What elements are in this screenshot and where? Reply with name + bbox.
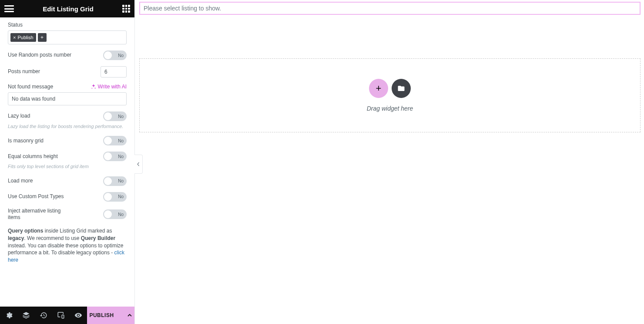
random-posts-label: Use Random posts number	[8, 52, 71, 59]
random-posts-switch[interactable]: No	[103, 51, 127, 60]
load-more-label: Load more	[8, 178, 33, 185]
sparkle-icon	[91, 84, 96, 89]
canvas: Please select listing to show. + Drag wi…	[135, 0, 644, 324]
equal-columns-switch[interactable]: No	[103, 152, 127, 161]
legacy-b1: Query options	[8, 228, 43, 234]
lazy-load-label: Lazy load	[8, 113, 30, 120]
legacy-b2: legacy	[8, 235, 24, 241]
switch-label: No	[118, 212, 124, 217]
listing-alert: Please select listing to show.	[139, 2, 641, 15]
masonry-switch[interactable]: No	[103, 136, 127, 145]
legacy-b3: Query Builder	[81, 235, 115, 241]
posts-number-input[interactable]	[101, 66, 127, 78]
write-with-ai-link[interactable]: Write with AI	[91, 84, 127, 90]
plus-icon: +	[376, 83, 382, 94]
settings-icon[interactable]	[0, 307, 17, 324]
footer-icons	[0, 307, 87, 324]
switch-knob	[104, 112, 112, 120]
switch-label: No	[118, 138, 124, 143]
control-posts-number: Posts number	[8, 66, 127, 78]
control-random-posts: Use Random posts number No	[8, 51, 127, 60]
masonry-label: Is masonry grid	[8, 138, 44, 145]
not-found-label: Not found message	[8, 84, 53, 90]
inject-alt-label: Inject alternative listing items	[8, 208, 73, 221]
add-widget-button[interactable]: +	[369, 79, 388, 98]
folder-icon	[397, 84, 405, 92]
control-lazy-load: Lazy load No Lazy load the listing for b…	[8, 111, 127, 130]
navigator-icon[interactable]	[17, 307, 35, 324]
history-icon[interactable]	[35, 307, 52, 324]
chevron-left-icon	[136, 162, 141, 166]
hamburger-menu-icon[interactable]	[4, 5, 14, 12]
sidebar-body: Status × Publish + Use Random posts numb…	[0, 17, 134, 307]
status-label: Status	[8, 22, 127, 28]
switch-knob	[104, 51, 112, 59]
switch-knob	[104, 137, 112, 145]
chevron-up-icon	[127, 313, 132, 318]
switch-label: No	[118, 194, 124, 199]
control-custom-post-types: Use Custom Post Types No	[8, 192, 127, 202]
control-load-more: Load more No	[8, 176, 127, 186]
load-more-switch[interactable]: No	[103, 176, 127, 186]
sidebar-header: Edit Listing Grid	[0, 0, 134, 17]
switch-label: No	[118, 154, 124, 159]
control-masonry: Is masonry grid No	[8, 136, 127, 145]
equal-columns-label: Equal columns height	[8, 153, 58, 160]
equal-columns-help: Fits only top level sections of grid ite…	[8, 163, 127, 170]
switch-knob	[104, 193, 112, 201]
switch-label: No	[118, 114, 124, 119]
control-equal-columns: Equal columns height No Fits only top le…	[8, 152, 127, 170]
sidebar-title: Edit Listing Grid	[43, 5, 94, 13]
template-library-button[interactable]	[392, 79, 411, 98]
sidebar: Edit Listing Grid Status × Publish + Us	[0, 0, 135, 324]
switch-knob	[104, 177, 112, 185]
publish-button[interactable]: PUBLISH	[87, 307, 134, 324]
status-tag-text: Publish	[17, 35, 33, 40]
custom-post-types-switch[interactable]: No	[103, 192, 127, 202]
apps-grid-icon[interactable]	[122, 5, 130, 13]
switch-label: No	[118, 179, 124, 183]
ai-link-text: Write with AI	[98, 84, 127, 90]
legacy-note: Query options inside Listing Grid marked…	[8, 227, 127, 264]
lazy-load-help: Lazy load the listing for boosts renderi…	[8, 123, 127, 130]
status-tag-input[interactable]: × Publish +	[8, 30, 127, 44]
switch-knob	[104, 210, 112, 218]
preview-icon[interactable]	[70, 307, 87, 324]
legacy-t1: inside Listing Grid marked as	[43, 228, 112, 234]
not-found-input[interactable]	[8, 92, 127, 105]
remove-tag-icon[interactable]: ×	[13, 35, 16, 40]
dropzone[interactable]: + Drag widget here	[139, 58, 641, 132]
lazy-load-switch[interactable]: No	[103, 111, 127, 121]
posts-number-label: Posts number	[8, 68, 40, 75]
switch-label: No	[118, 53, 124, 58]
add-tag-button[interactable]: +	[38, 33, 47, 42]
sidebar-footer: PUBLISH	[0, 307, 134, 324]
control-status: Status × Publish +	[8, 22, 127, 44]
switch-knob	[104, 152, 112, 160]
control-not-found: Not found message Write with AI	[8, 84, 127, 105]
drop-icons: +	[369, 79, 411, 98]
legacy-t3: instead. You can disable these options t…	[8, 243, 124, 256]
legacy-t2: . We recommend to use	[24, 235, 81, 241]
custom-post-types-label: Use Custom Post Types	[8, 193, 64, 200]
control-inject-alt: Inject alternative listing items No	[8, 208, 127, 221]
collapse-sidebar-handle[interactable]	[134, 155, 143, 174]
app-root: Edit Listing Grid Status × Publish + Us	[0, 0, 644, 324]
status-tag-publish[interactable]: × Publish	[10, 33, 36, 42]
drop-text: Drag widget here	[367, 105, 413, 112]
responsive-icon[interactable]	[52, 307, 70, 324]
inject-alt-switch[interactable]: No	[103, 209, 127, 219]
publish-button-text: PUBLISH	[89, 312, 114, 318]
